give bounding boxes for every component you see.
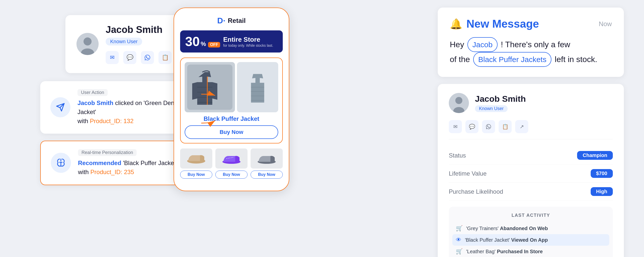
promo-title: Entire Store bbox=[223, 36, 273, 43]
profile-clipboard-icon[interactable]: 📋 bbox=[499, 120, 512, 133]
status-value: Champion bbox=[577, 151, 613, 160]
promo-unit: % bbox=[201, 40, 206, 47]
purchase-label: Purchase Likelihood bbox=[449, 188, 503, 195]
retail-header: D· Retail bbox=[180, 16, 283, 25]
promo-percent: 30 bbox=[185, 35, 200, 48]
status-label: Status bbox=[449, 152, 466, 159]
chat-icon[interactable]: 💬 bbox=[123, 51, 136, 64]
activity-item-3: 🛒 'Leather Bag' Purchased In Store bbox=[456, 246, 606, 257]
promo-percent-group: 30 % OFF bbox=[185, 35, 220, 48]
profile-chat-icon[interactable]: 💬 bbox=[465, 120, 478, 133]
shoe-buy-btn-1[interactable]: Buy Now bbox=[180, 171, 212, 179]
activity-text-3: 'Leather Bag' Purchased In Store bbox=[466, 249, 543, 254]
promo-sub: for today only. While stocks last. bbox=[223, 43, 273, 47]
cart-icon-2: 🛒 bbox=[456, 248, 463, 255]
shoe-item-3: Buy Now bbox=[251, 148, 283, 179]
retail-logo: D· bbox=[217, 16, 225, 25]
message-body-4: left in stock. bbox=[555, 55, 597, 64]
lifetime-value: $700 bbox=[591, 169, 613, 178]
email-icon[interactable]: ✉ bbox=[106, 51, 119, 64]
personalization-body: Real-time Personalization Recommended 'B… bbox=[78, 149, 177, 177]
promo-off-badge: OFF bbox=[208, 42, 220, 47]
activity-text-2: 'Black Puffer Jacket' Viewed On App bbox=[465, 237, 548, 243]
shoe-image-3 bbox=[251, 148, 283, 169]
profile-name-group: Jacob Smith Known User bbox=[475, 94, 526, 112]
whatsapp-icon[interactable] bbox=[141, 51, 154, 64]
profile-share-icon[interactable]: ↗ bbox=[515, 120, 528, 133]
status-row: Status Champion bbox=[449, 146, 613, 165]
known-user-badge: Known User bbox=[106, 38, 142, 45]
lifetime-label: Lifetime Value bbox=[449, 170, 487, 177]
mobile-frame: D· Retail 30 % OFF Entire Store for toda… bbox=[174, 8, 289, 191]
message-body-2: ! There's only a few bbox=[501, 40, 570, 49]
retail-brand-name: Retail bbox=[228, 17, 246, 25]
shoe-buy-btn-3[interactable]: Buy Now bbox=[251, 171, 283, 179]
message-time: Now bbox=[599, 20, 612, 28]
cart-icon-1: 🛒 bbox=[456, 225, 463, 232]
promo-text-group: Entire Store for today only. While stock… bbox=[223, 36, 273, 47]
promo-banner: 30 % OFF Entire Store for today only. Wh… bbox=[180, 30, 283, 53]
activity-item-1: 🛒 'Grey Trainers' Abandoned On Web bbox=[456, 223, 606, 234]
buy-now-button[interactable]: Buy Now bbox=[185, 125, 278, 139]
profile-icons: ✉ 💬 📋 ↗ bbox=[449, 120, 613, 139]
personalization-product: 'Black Puffer Jacket' bbox=[123, 160, 177, 166]
profile-header: Jacob Smith Known User bbox=[449, 93, 613, 113]
action-user-name: Jacob Smith bbox=[77, 99, 113, 106]
activity-item-2: 👁 'Black Puffer Jacket' Viewed On App bbox=[452, 234, 609, 246]
profile-name: Jacob Smith bbox=[475, 94, 526, 104]
lifetime-row: Lifetime Value $700 bbox=[449, 165, 613, 183]
message-body-1: Hey bbox=[450, 40, 464, 49]
shoe-buy-btn-2[interactable]: Buy Now bbox=[215, 171, 248, 179]
svg-point-1 bbox=[84, 37, 92, 45]
product-main-image bbox=[185, 62, 235, 112]
action-tag: User Action bbox=[77, 89, 108, 96]
activity-text-1: 'Grey Trainers' Abandoned On Web bbox=[466, 226, 548, 231]
personalization-tag: Real-time Personalization bbox=[78, 149, 137, 156]
profile-whatsapp-icon[interactable] bbox=[482, 120, 495, 133]
product-showcase: Black Puffer Jacket Buy Now bbox=[180, 58, 283, 143]
clipboard-icon[interactable]: 📋 bbox=[158, 51, 172, 64]
shoe-item-1: Buy Now bbox=[180, 148, 212, 179]
send-icon-circle bbox=[50, 97, 70, 117]
personalization-product-label: with bbox=[78, 169, 90, 175]
mobile-panel: D· Retail 30 % OFF Entire Store for toda… bbox=[174, 8, 289, 191]
svg-point-22 bbox=[455, 97, 462, 104]
action-product-id: Product_ID: 132 bbox=[90, 118, 133, 124]
recommended-label: Recommended bbox=[78, 160, 121, 166]
shoe-item-2: Buy Now bbox=[215, 148, 248, 179]
shoe-image-1 bbox=[180, 148, 212, 169]
profile-email-icon[interactable]: ✉ bbox=[449, 120, 462, 133]
profile-avatar bbox=[449, 93, 469, 113]
last-activity-title: LAST ACTIVITY bbox=[456, 213, 606, 218]
eye-icon: 👁 bbox=[456, 237, 461, 243]
message-body: Hey Jacob ! There's only a few of the Bl… bbox=[450, 37, 612, 67]
message-title: New Message bbox=[466, 18, 539, 30]
personalization-product-id: Product_ID: 235 bbox=[90, 169, 134, 175]
new-message-card: 🔔 New Message Now Hey Jacob ! There's on… bbox=[438, 8, 624, 77]
last-activity: LAST ACTIVITY 🛒 'Grey Trainers' Abandone… bbox=[449, 207, 613, 257]
bell-icon: 🔔 bbox=[450, 18, 462, 30]
shoe-image-2 bbox=[215, 148, 248, 169]
profile-badge: Known User bbox=[475, 105, 508, 112]
message-product-pill: Black Puffer Jackets bbox=[473, 52, 551, 67]
action-product-label: with bbox=[77, 118, 90, 124]
featured-product-name: Black Puffer Jacket bbox=[185, 115, 278, 122]
personalization-text: Recommended 'Black Puffer Jacket' with P… bbox=[78, 159, 177, 177]
brain-icon-circle bbox=[51, 153, 71, 173]
product-side-image bbox=[237, 62, 278, 112]
message-name-pill: Jacob bbox=[467, 37, 498, 52]
message-title-group: 🔔 New Message bbox=[450, 18, 539, 30]
message-body-3: of the bbox=[450, 55, 470, 64]
shoes-section: Buy Now Buy Now bbox=[180, 148, 283, 179]
product-images bbox=[185, 62, 278, 112]
purchase-row: Purchase Likelihood High bbox=[449, 183, 613, 201]
right-panel: 🔔 New Message Now Hey Jacob ! There's on… bbox=[438, 8, 624, 257]
avatar bbox=[76, 33, 99, 55]
message-header: 🔔 New Message Now bbox=[450, 18, 612, 30]
purchase-value: High bbox=[591, 187, 613, 196]
profile-detail-card: Jacob Smith Known User ✉ 💬 📋 ↗ Status Ch… bbox=[438, 84, 624, 257]
retail-logo-symbol: D· bbox=[217, 16, 225, 25]
